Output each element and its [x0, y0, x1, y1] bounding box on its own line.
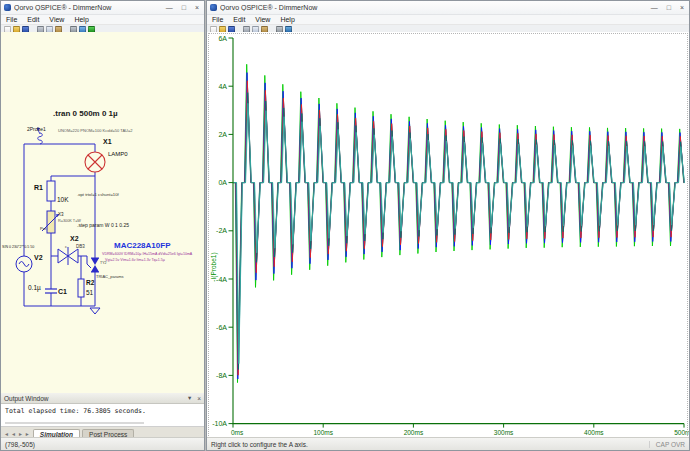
statusbar-right: Right click to configure the A axis. CAP… — [207, 437, 689, 450]
output-window-header[interactable]: Output Window ▾ × — [1, 393, 204, 404]
triac-ref: TY2 — [100, 261, 107, 265]
source-ref: V2 — [34, 254, 43, 261]
x-tick-label: 0ms — [231, 429, 244, 436]
menu-edit[interactable]: Edit — [233, 16, 245, 23]
window-title: Qorvo QSPICE® - DimmerNow — [220, 4, 651, 11]
titlebar-right[interactable]: Qorvo QSPICE® - DimmerNow — □ × — [207, 1, 689, 15]
app-icon — [4, 4, 11, 11]
schematic-canvas[interactable]: .tran 0 500m 0 1µ UNOM=220 PNOM=100 Kcol… — [1, 32, 204, 394]
menu-edit[interactable]: Edit — [27, 16, 39, 23]
diac-pin: c — [65, 244, 67, 249]
c1-value: 0.1µ — [28, 284, 41, 292]
pot-ref: X3 — [58, 212, 64, 217]
panel-collapse-icon[interactable]: ▾ — [188, 394, 191, 402]
output-log: Total elapsed time: 76.3805 seconds. — [1, 404, 204, 427]
menu-file[interactable]: File — [212, 16, 223, 23]
y-tick-label: 6A — [218, 35, 227, 42]
menubar-right: File Edit View Help — [207, 15, 689, 25]
diac-model: DB3 — [76, 244, 85, 249]
y-tick-label: -2A — [216, 227, 227, 234]
menu-help[interactable]: Help — [280, 16, 294, 23]
maximize-button[interactable]: □ — [182, 4, 186, 11]
output-window-title: Output Window — [4, 395, 182, 402]
step-directive: .step param W 0 1 0.25 — [77, 222, 129, 228]
opt-directive: .opt trtol=1 cshunt=10f — [77, 192, 120, 197]
x-tick-label: 400ms — [584, 429, 604, 436]
r2-ref: R2 — [86, 279, 95, 286]
x-tick-label: 200ms — [404, 429, 424, 436]
y-tick-label: 2A — [218, 131, 227, 138]
menu-view[interactable]: View — [255, 16, 270, 23]
status-hint: Right click to configure the A axis. — [211, 441, 308, 448]
minimize-button[interactable]: — — [651, 4, 658, 11]
r1-ref: R1 — [34, 184, 43, 191]
lamp-symbol — [85, 152, 105, 172]
menu-file[interactable]: File — [6, 16, 17, 23]
waveform-plot-area[interactable]: -I(Probe1)6A4A2A0A-2A-4A-6A-8A-10A0ms100… — [207, 32, 689, 439]
schematic-drawing: .tran 0 500m 0 1µ UNOM=220 PNOM=100 Kcol… — [1, 32, 204, 393]
status-flags: CAP OVR — [649, 441, 685, 448]
triac-symbol — [91, 258, 99, 272]
x-tick-label: 500ms — [674, 429, 689, 436]
y-tick-label: 4A — [218, 83, 227, 90]
y-tick-label: -10A — [212, 420, 227, 427]
menu-help[interactable]: Help — [74, 16, 88, 23]
y-tick-label: -4A — [216, 276, 227, 283]
maximize-button[interactable]: □ — [667, 4, 671, 11]
y-tick-label: 0A — [218, 179, 227, 186]
resistor-r1-symbol — [47, 181, 55, 201]
app-icon — [210, 4, 217, 11]
statusbar-left: (798,-505) — [1, 437, 204, 450]
triac-params-1: VDRM=600V IDRM=10µ IH=15mA dVdt=25e6 Igt… — [102, 252, 193, 256]
minimize-button[interactable]: — — [166, 4, 173, 11]
c1-ref: C1 — [58, 288, 67, 295]
ground-icon — [90, 308, 100, 314]
lamp-params: UNOM=220 PNOM=100 Kcold=50 TAU=2 — [58, 128, 133, 133]
probe-label: 2Probe1 — [27, 126, 46, 132]
triac-model: MAC228A10FP — [114, 241, 171, 250]
menubar-left: File Edit View Help — [1, 15, 204, 25]
y-tick-label: -6A — [216, 324, 227, 331]
lamp-ref: X1 — [103, 138, 112, 145]
output-log-text: Total elapsed time: 76.3805 seconds. — [5, 407, 146, 415]
waveform-window: Qorvo QSPICE® - DimmerNow — □ × File Edi… — [206, 0, 690, 451]
triac-params-label: TRIAC_params — [96, 274, 124, 279]
horizontal-scrollbar[interactable] — [5, 422, 144, 424]
close-button[interactable]: × — [680, 4, 684, 11]
panel-close-icon[interactable]: × — [197, 395, 201, 402]
y-tick-label: -8A — [216, 372, 227, 379]
voltage-source-symbol — [16, 256, 32, 272]
schematic-window: Qorvo QSPICE® - DimmerNow — □ × File Edi… — [0, 0, 205, 451]
menu-view[interactable]: View — [49, 16, 64, 23]
r2-value: 51 — [86, 289, 94, 296]
diac-symbol — [58, 247, 78, 265]
close-button[interactable]: × — [195, 4, 199, 11]
window-title: Qorvo QSPICE® - DimmerNow — [14, 4, 166, 11]
tran-directive: .tran 0 500m 0 1µ — [53, 109, 118, 118]
diac-ref: X2 — [70, 235, 79, 242]
titlebar-left[interactable]: Qorvo QSPICE® - DimmerNow — □ × — [1, 1, 204, 15]
desktop: Qorvo QSPICE® - DimmerNow — □ × File Edi… — [0, 0, 690, 451]
source-params: SIN 0 230*2**0.5 50 — [2, 245, 34, 249]
r1-value: 10K — [57, 196, 69, 203]
x-tick-label: 100ms — [313, 429, 333, 436]
pot-name: Pot — [40, 226, 47, 231]
resistor-r2-symbol — [78, 279, 84, 297]
lamp-model: LAMP0 — [108, 151, 128, 157]
x-tick-label: 300ms — [494, 429, 514, 436]
cursor-coordinates: (798,-505) — [5, 441, 35, 448]
waveform-plot: -I(Probe1)6A4A2A0A-2A-4A-6A-8A-10A0ms100… — [207, 32, 689, 438]
capacitor-symbol — [45, 289, 57, 293]
waveform-trace-W=0.50 — [233, 81, 684, 375]
triac-params-2: Vgt=2.5v Vtm=1.6v Itm=1.3v Tq=1.5µ — [105, 258, 165, 262]
